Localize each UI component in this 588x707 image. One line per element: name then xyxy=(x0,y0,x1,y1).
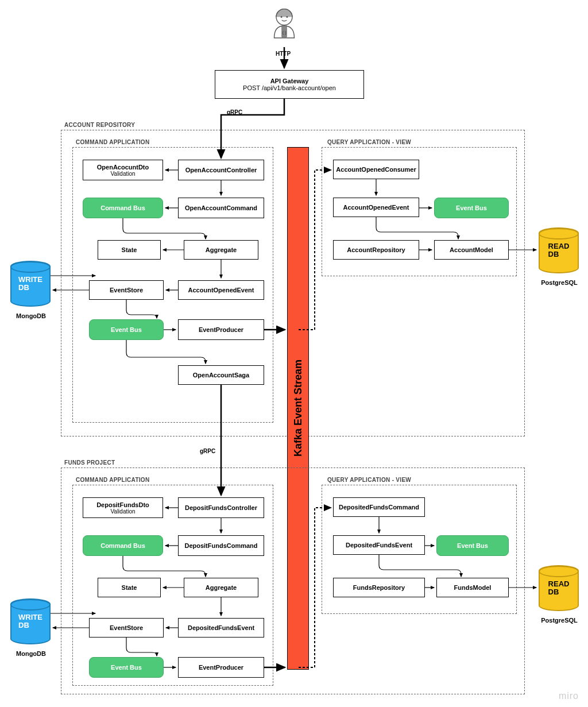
deposit-funds-dto: DepositFundsDto xyxy=(96,501,149,508)
event-bus-qry-2: Event Bus xyxy=(436,535,509,556)
mongodb-label-2: MongoDB xyxy=(8,650,54,657)
aggregate-2-box: Aggregate xyxy=(184,578,258,597)
command-app-2-label: COMMAND APPLICATION xyxy=(76,477,149,483)
account-model-box: AccountModel xyxy=(434,240,509,260)
account-repository-box: AccountRepository xyxy=(333,240,419,260)
funds-repository-box: FundsRepository xyxy=(333,578,425,597)
deposited-funds-event-cmd-box: DepositedFundsEvent xyxy=(178,618,264,638)
funds-model-box: FundsModel xyxy=(436,578,509,597)
event-store-2-box: EventStore xyxy=(89,618,164,638)
write-db-2: WRITEDB xyxy=(10,598,51,644)
deposit-funds-dto-validation: Validation xyxy=(110,508,135,515)
user-icon: { } xyxy=(264,6,304,46)
account-opened-event-cmd-box: AccountOpenedEvent xyxy=(178,280,264,300)
write-db-1: WRITEDB xyxy=(10,261,51,307)
event-producer-2-box: EventProducer xyxy=(178,657,264,678)
open-account-controller-box: OpenAccountController xyxy=(178,160,264,180)
command-bus-2: Command Bus xyxy=(83,535,163,556)
svg-text:{ }: { } xyxy=(283,30,287,35)
svg-point-1 xyxy=(281,16,283,18)
event-bus-qry-1: Event Bus xyxy=(434,198,509,218)
account-opened-event-qry-box: AccountOpenedEvent xyxy=(333,198,419,217)
open-account-dto-validation: Validation xyxy=(110,171,135,177)
query-app-1-label: QUERY APPLICATION - VIEW xyxy=(327,139,411,145)
read-db-2: READDB xyxy=(539,565,579,611)
api-gateway-title: API Gateway xyxy=(270,78,309,84)
open-account-dto-box: OpenAcocuntDto Validation xyxy=(83,160,163,180)
mongodb-label-1: MongoDB xyxy=(8,312,54,319)
grpc-label-2: gRPC xyxy=(200,448,215,454)
command-app-1-label: COMMAND APPLICATION xyxy=(76,139,149,145)
deposited-funds-command-box: DepositedFundsCommand xyxy=(333,497,425,517)
aggregate-1-box: Aggregate xyxy=(184,240,258,260)
state-2-box: State xyxy=(98,578,161,597)
funds-project-label: FUNDS PROJECT xyxy=(64,459,115,466)
api-gateway-box: API Gateway POST /api/v1/bank-account/op… xyxy=(215,70,364,99)
deposit-funds-command-box: DepositFundsCommand xyxy=(178,535,264,556)
account-repo-label: ACCOUNT REPOSITORY xyxy=(64,122,135,128)
open-account-command-box: OpenAccountCommand xyxy=(178,198,264,218)
miro-watermark: miro xyxy=(559,691,579,701)
kafka-label: Kafka Event Stream xyxy=(292,360,304,457)
deposited-funds-event-qry-box: DepositedFundsEvent xyxy=(333,535,425,555)
deposit-funds-controller-box: DepositFundsController xyxy=(178,497,264,518)
postgresql-label-1: PostgreSQL xyxy=(536,279,582,286)
open-account-saga-box: OpenAccountSaga xyxy=(178,365,264,385)
api-gateway-subtitle: POST /api/v1/bank-account/open xyxy=(243,84,336,91)
postgresql-label-2: PostgreSQL xyxy=(536,617,582,624)
svg-point-2 xyxy=(287,16,288,18)
open-account-dto: OpenAcocuntDto xyxy=(97,164,149,171)
query-app-2-label: QUERY APPLICATION - VIEW xyxy=(327,477,411,483)
state-1-box: State xyxy=(98,240,161,260)
event-bus-cmd-1: Event Bus xyxy=(89,319,164,340)
event-bus-cmd-2: Event Bus xyxy=(89,657,164,678)
grpc-label-1: gRPC xyxy=(227,109,242,115)
http-label: HTTP xyxy=(276,51,291,57)
command-bus-1: Command Bus xyxy=(83,198,163,218)
event-producer-1-box: EventProducer xyxy=(178,319,264,340)
read-db-1: READDB xyxy=(539,227,579,273)
account-opened-consumer-box: AccountOpenedConsumer xyxy=(333,160,419,179)
event-store-1-box: EventStore xyxy=(89,280,164,300)
deposit-funds-dto-box: DepositFundsDto Validation xyxy=(83,497,163,518)
